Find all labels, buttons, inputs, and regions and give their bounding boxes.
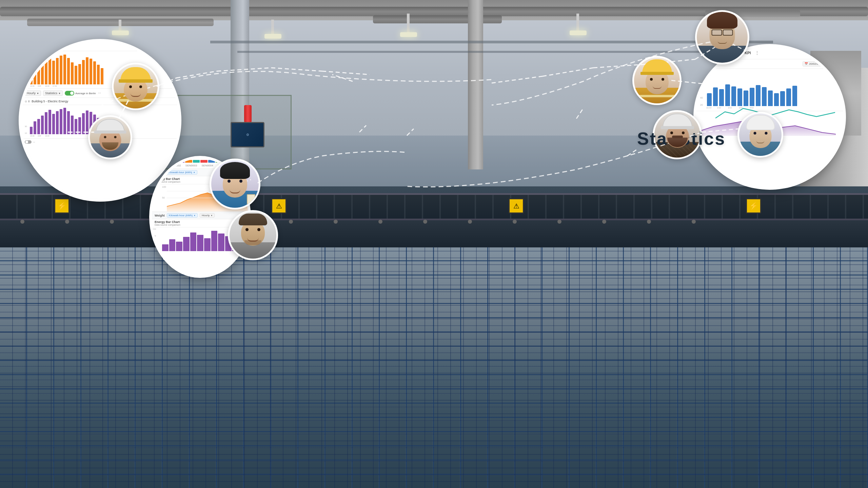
bar — [75, 66, 77, 84]
worker3-avatar — [695, 10, 749, 64]
light-fixture-1 — [112, 30, 129, 35]
worker7-face — [211, 160, 259, 208]
statistics-dropdown[interactable]: Statistics ▼ — [43, 90, 63, 96]
roller — [468, 220, 472, 224]
date-display-right: 📅 20/02/2024 - 22/02/202 — [803, 61, 839, 66]
clipboard-7 — [247, 194, 255, 204]
rbar — [792, 86, 797, 106]
eye-l6 — [753, 132, 756, 135]
bar — [37, 66, 40, 84]
toggle-thumb — [70, 92, 74, 95]
calendar-icon-right: 📅 — [805, 62, 808, 65]
eye-r4 — [662, 78, 664, 81]
bar-p — [75, 119, 77, 134]
rbar — [725, 84, 730, 106]
stripe-teal — [193, 160, 200, 163]
glasses-3 — [712, 29, 733, 36]
mini-toggle-thumb — [25, 141, 28, 143]
bar-p — [41, 116, 44, 134]
worker2-face — [90, 117, 131, 158]
eye-l2 — [104, 136, 106, 138]
bar — [93, 61, 96, 84]
roller — [289, 220, 293, 224]
eye-l5 — [670, 131, 673, 134]
worker3-face — [697, 12, 748, 63]
hair-7 — [220, 162, 250, 179]
rbar — [713, 87, 718, 106]
factory-monitor: ⚙ — [231, 122, 264, 147]
bar — [67, 58, 70, 84]
bar-p — [67, 111, 70, 134]
toggle-container: Average in Berlin — [65, 91, 96, 96]
belt-rollers — [0, 220, 868, 224]
smile-4 — [653, 86, 662, 89]
bar-p — [78, 117, 81, 134]
bar — [78, 64, 81, 84]
roller — [647, 220, 651, 224]
rbar — [707, 93, 712, 106]
smile-7 — [230, 189, 240, 194]
worker6-face — [739, 114, 782, 156]
worker4-avatar — [632, 56, 682, 105]
col-label-3: SEN0003 — [185, 164, 197, 167]
hat-brim-1 — [119, 79, 153, 83]
y-low-2: 50 — [153, 242, 155, 244]
kwh-selector[interactable]: Kilowatt-hour (kWh) ▼ — [166, 170, 197, 175]
bar-p — [52, 114, 55, 134]
bar — [101, 68, 103, 84]
hat-white-2 — [96, 119, 125, 132]
smile-3 — [717, 41, 727, 44]
chart-icon: 📈 — [25, 45, 28, 48]
warning-sign-caution-2: ⚠ — [509, 198, 524, 214]
dropdown-chevron: ▼ — [37, 92, 39, 95]
security-cage — [163, 95, 292, 169]
bar — [45, 59, 47, 84]
rbar — [756, 85, 761, 106]
bar — [30, 74, 33, 84]
toggle-switch[interactable] — [65, 91, 74, 96]
smile-6 — [756, 141, 765, 143]
bar — [60, 56, 62, 84]
bar-p2 — [204, 238, 211, 251]
bar-p — [30, 127, 33, 134]
building-icon-right: 🏢 — [700, 62, 704, 65]
ui-topbar: 📈 ⬆ ⬇ 📅 13/09/2024 - 19/09/2024 — [21, 42, 179, 51]
roller — [20, 220, 24, 224]
rbar — [744, 90, 748, 106]
hourly-chevron: ▼ — [211, 215, 213, 217]
smile — [131, 94, 141, 97]
kwh-chevron-2: ▼ — [194, 215, 196, 217]
kwh-chevron: ▼ — [193, 171, 195, 174]
worker8-face — [230, 212, 276, 259]
y-axis-2: 30 10 — [25, 107, 29, 134]
eye-l8 — [245, 228, 249, 231]
worker7-avatar — [210, 159, 260, 209]
eye-r7 — [239, 180, 242, 183]
rbar — [774, 93, 779, 106]
bar-p — [45, 112, 47, 134]
hat-yellow-4 — [642, 59, 672, 73]
roller — [513, 220, 517, 224]
hourly-selector[interactable]: Hourly ▼ — [200, 213, 215, 218]
hat-brim-2 — [94, 130, 126, 134]
hairnet-6 — [746, 115, 775, 130]
monitor-screen: ⚙ — [232, 123, 263, 146]
ceiling-beam-2 — [237, 51, 766, 53]
column-center — [468, 0, 483, 169]
mini-toggle-2[interactable] — [25, 140, 32, 144]
bar-p2 — [211, 231, 218, 251]
bar-p2 — [218, 233, 224, 251]
solar-cells — [0, 247, 868, 488]
worker4-face — [634, 58, 680, 103]
bar — [48, 57, 51, 84]
right-y-axis: 40 20 — [700, 72, 706, 106]
worker1-face — [114, 64, 158, 108]
roller — [692, 220, 696, 224]
kwh-selector-2[interactable]: Kilowatt-hour (kWh) ▼ — [167, 213, 198, 218]
hourly-dropdown[interactable]: Hourly ▼ — [25, 90, 41, 96]
bar-p — [56, 111, 59, 134]
warning-sign-caution-1: ⚠ — [271, 198, 287, 214]
worker1-avatar — [112, 63, 159, 110]
col-label-1: COL001 — [155, 164, 165, 167]
light-fixture-4 — [570, 30, 587, 35]
